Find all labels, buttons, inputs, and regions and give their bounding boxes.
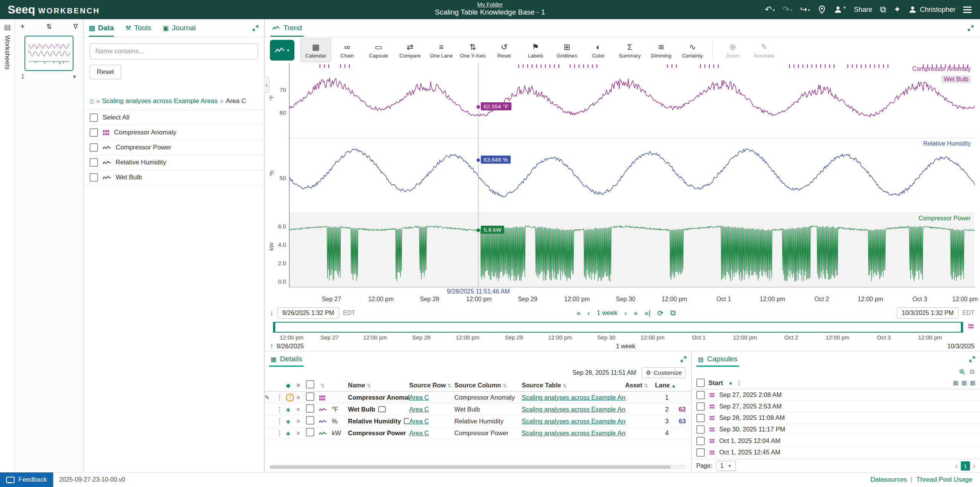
investigate-arrow-icon[interactable]: ↑ (270, 342, 274, 351)
list-item[interactable]: Oct 1, 2025 12:45 AM (692, 447, 980, 458)
location-pin-icon[interactable] (818, 5, 826, 14)
source-row-link[interactable]: Area C (409, 394, 429, 401)
item-checkbox[interactable] (90, 173, 98, 182)
warning-icon[interactable]: ! (286, 394, 294, 402)
y-axis[interactable]: °F 70 60 % 50 kW 6.0 4.0 2.0 0.0 (265, 63, 289, 287)
toolbar-gridlines-button[interactable]: ⊞ Gridlines (552, 38, 582, 62)
step-forward-full-button[interactable]: » (634, 309, 638, 317)
list-item[interactable]: Sep 27, 2025 2:53 AM (692, 401, 980, 412)
worksheets-panel-icon[interactable]: ▤ (4, 23, 10, 31)
timezone-label[interactable]: EDT (962, 310, 975, 316)
toolbar-summary-button[interactable]: Σ Summary (614, 38, 645, 62)
next-page-icon[interactable]: › (973, 462, 975, 470)
lane-series-label-selected[interactable]: Wet Bulb (941, 75, 971, 83)
reset-search-button[interactable]: Reset (90, 65, 121, 79)
capsule-checkbox[interactable] (696, 448, 705, 457)
capsule-checkbox[interactable] (696, 437, 705, 445)
sort-icon[interactable]: ⇅ (562, 383, 567, 389)
toolbar-chain-button[interactable]: ∞ Chain (332, 38, 363, 62)
sort-asc-icon[interactable]: ▲ (671, 383, 676, 389)
range-duration[interactable]: 1 week (597, 309, 617, 317)
select-all-checkbox[interactable] (90, 113, 98, 122)
source-table-link[interactable]: Scaling analyses across Example Areas (522, 406, 625, 413)
chevron-down-icon[interactable]: ▼ (72, 74, 77, 80)
tab-details[interactable]: ▦ Details (269, 351, 304, 367)
thread-pool-usage-link[interactable]: Thread Pool Usage (916, 476, 972, 484)
ai-assistant-icon[interactable]: ✦ (894, 5, 901, 15)
add-worksheet-button[interactable]: + (20, 22, 25, 31)
list-item[interactable]: Wet Bulb (83, 170, 264, 185)
sort-icon[interactable]: ⇅ (503, 383, 507, 389)
collapse-panel-handle[interactable]: ‹ (264, 77, 270, 93)
comment-bubble-icon[interactable] (378, 406, 386, 412)
tab-data[interactable]: ▤ Data (89, 19, 114, 37)
start-column-header[interactable]: Start (709, 379, 723, 387)
table-row[interactable]: ⋮ ◈ ✕ % Relative Humidity Area C Relativ… (265, 415, 691, 427)
row-checkbox[interactable] (306, 428, 314, 436)
source-row-link[interactable]: Area C (409, 418, 429, 425)
expand-trend-icon[interactable] (967, 24, 974, 32)
expand-data-panel-icon[interactable] (252, 24, 259, 32)
sort-icon[interactable]: ⇅ (367, 383, 371, 389)
add-stat-icon[interactable]: ▦ (962, 379, 967, 386)
page-size-select[interactable]: 1 ▼ (716, 461, 736, 471)
item-checkbox[interactable] (90, 143, 98, 152)
auto-update-button[interactable]: ⟳ (657, 309, 663, 318)
row-menu-icon[interactable]: ⋮ (276, 394, 283, 401)
toolbar-reset-button[interactable]: ↺ Reset (489, 38, 519, 62)
table-row[interactable]: ⋮ ◈ ✕ kW Compressor Power Area C Compres… (265, 427, 691, 439)
feedback-button[interactable]: Feedback (0, 472, 53, 487)
investigate-duration[interactable]: 1 week (304, 343, 947, 350)
hamburger-menu-icon[interactable] (963, 5, 972, 15)
toolbar-capsule-button[interactable]: ▭ Capsule (363, 38, 394, 62)
tag-icon[interactable]: ◈ (286, 430, 291, 436)
expand-details-icon[interactable] (680, 355, 687, 363)
plot-area[interactable]: Compressor Anomaly Wet Bulb Relative Hum… (289, 63, 975, 287)
list-item[interactable]: Compressor Power (83, 140, 264, 155)
tag-icon[interactable]: ◈ (286, 406, 291, 413)
tab-capsules[interactable]: ▤ Capsules (696, 351, 739, 367)
expand-capsules-icon[interactable] (969, 355, 975, 363)
row-checkbox[interactable] (306, 392, 314, 401)
tag-icon[interactable]: ◈ (286, 382, 291, 389)
source-table-link[interactable]: Scaling analyses across Example Areas (522, 394, 625, 401)
tab-trend[interactable]: Trend (271, 19, 304, 37)
forward-worksheet-button[interactable]: ↪▾ (800, 5, 810, 15)
filter-worksheets-icon[interactable]: ∇ (74, 23, 78, 31)
select-all-capsules-checkbox[interactable] (696, 379, 705, 387)
capsule-checkbox[interactable] (696, 425, 705, 434)
source-row-link[interactable]: Area C (409, 406, 429, 413)
prev-page-icon[interactable]: ‹ (955, 462, 957, 470)
list-item[interactable]: Sep 27, 2025 2:08 AM (692, 389, 980, 401)
list-item[interactable]: Oct 1, 2025 12:04 AM (692, 435, 980, 447)
step-back-full-button[interactable]: « (577, 309, 581, 317)
step-to-end-button[interactable]: »| (645, 309, 651, 317)
list-item[interactable]: Sep 28, 2025 11:08 AM (692, 412, 980, 424)
zoom-to-capsule-icon[interactable] (959, 369, 965, 375)
remove-row-icon[interactable]: ✕ (296, 418, 301, 425)
toolbar-labels-button[interactable]: ⚑ Labels (520, 38, 551, 62)
source-table-link[interactable]: Scaling analyses across Example Areas (522, 418, 625, 425)
remove-row-icon[interactable]: ✕ (296, 394, 301, 401)
breadcrumb[interactable]: My Folder (435, 1, 545, 8)
row-menu-icon[interactable]: ⋮ (276, 418, 283, 425)
toolbar-one-lane-button[interactable]: ≡ One Lane (426, 38, 457, 62)
investigate-start[interactable]: 9/26/2025 (277, 343, 304, 350)
tag-icon[interactable]: ◈ (286, 418, 291, 425)
table-row[interactable]: ⋮ ◈ ✕ °F Wet Bulb Area C Wet Bulb Scalin… (265, 403, 691, 415)
remove-all-icon[interactable]: ✕ (296, 382, 301, 389)
user-menu[interactable]: Christopher (908, 5, 956, 14)
toolbar-zoom-button[interactable]: ⊕ Zoom (717, 38, 748, 62)
source-row-link[interactable]: Area C (409, 430, 429, 436)
chart-type-dropdown[interactable]: ▾ (270, 40, 294, 61)
toolbar-one-y-axis-button[interactable]: ⇅ One Y-Axis (457, 38, 488, 62)
chevron-down-icon[interactable]: ▾ (773, 8, 775, 13)
x-axis[interactable]: Sep 27 12:00 pm Sep 28 12:00 pm Sep 29 1… (289, 296, 975, 305)
toolbar-calendar-button[interactable]: ▦ Calendar (301, 38, 331, 62)
home-icon[interactable]: ⌂ (90, 97, 94, 105)
remove-row-icon[interactable]: ✕ (296, 430, 301, 436)
capsule-checkbox[interactable] (696, 402, 705, 411)
lane-series-label[interactable]: Compressor Anomaly (912, 66, 971, 72)
range-start-input[interactable]: 9/26/2025 1:32 PM (278, 307, 339, 319)
chevron-down-icon[interactable]: ▾ (808, 8, 810, 13)
